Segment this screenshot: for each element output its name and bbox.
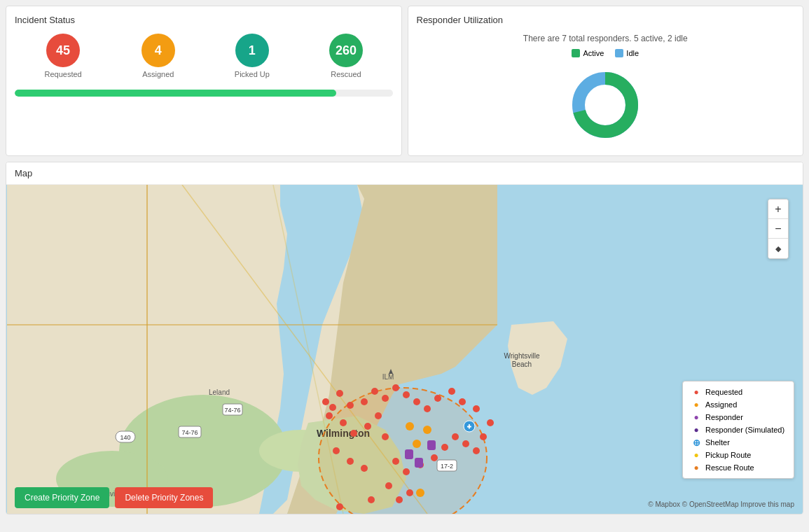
- legend-shelter: ⊕ Shelter: [691, 438, 785, 447]
- svg-point-36: [340, 419, 347, 426]
- legend-responder: ● Responder: [691, 412, 785, 422]
- legend-pickup-route: ● Pickup Route: [691, 450, 785, 460]
- assigned-label: Assigned: [142, 70, 174, 78]
- assigned-icon: ●: [691, 400, 701, 410]
- svg-point-59: [413, 398, 420, 405]
- stat-assigned: 4 Assigned: [141, 34, 175, 78]
- zoom-in-button[interactable]: +: [768, 200, 788, 219]
- requested-icon: ●: [691, 387, 701, 397]
- responder-summary: There are 7 total responders. 5 active, …: [417, 34, 795, 43]
- responder-icon: ●: [691, 412, 701, 422]
- svg-point-88: [423, 426, 431, 434]
- legend-requested: ● Requested: [691, 387, 785, 397]
- svg-point-32: [347, 402, 354, 409]
- zoom-out-button[interactable]: −: [768, 219, 788, 239]
- picked-up-label: Picked Up: [235, 70, 270, 78]
- map-legend: ● Requested ● Assigned ● Responder ● Res…: [682, 381, 794, 479]
- stats-row: 45 Requested 4 Assigned 1 Picked Up 260: [15, 34, 393, 78]
- svg-point-41: [333, 447, 340, 454]
- svg-point-54: [473, 405, 480, 412]
- legend-rescue-route-label: Rescue Route: [705, 463, 754, 472]
- incident-status-panel: Incident Status 45 Requested 4 Assigned …: [6, 6, 402, 156]
- svg-point-61: [392, 384, 399, 391]
- map-section: Map 74-76: [6, 162, 803, 514]
- svg-point-57: [434, 395, 441, 402]
- svg-point-56: [448, 388, 455, 395]
- svg-point-2: [586, 86, 624, 124]
- legend-assigned: ● Assigned: [691, 400, 785, 410]
- svg-point-49: [452, 433, 459, 440]
- svg-point-37: [350, 430, 357, 437]
- svg-text:17-2: 17-2: [441, 463, 453, 470]
- svg-rect-92: [427, 440, 436, 450]
- svg-point-63: [371, 388, 378, 395]
- legend-responder-sim: ● Responder (Simulated): [691, 425, 785, 435]
- active-legend-item: Active: [572, 49, 604, 57]
- map-controls: + − ◆: [768, 199, 789, 259]
- idle-legend-dot: [615, 49, 623, 57]
- requested-badge: 45: [46, 34, 80, 67]
- delete-priority-zones-button[interactable]: Delete Priority Zones: [115, 487, 213, 508]
- map-wrapper[interactable]: 74-76 74-76 140 17 ILM Wilmington Wright…: [6, 185, 803, 514]
- svg-point-44: [392, 458, 399, 465]
- svg-rect-90: [405, 449, 413, 459]
- map-buttons: Create Priority Zone Delete Priority Zon…: [6, 482, 803, 514]
- svg-point-53: [487, 419, 494, 426]
- stat-requested: 45 Requested: [45, 34, 82, 78]
- svg-point-47: [431, 454, 438, 461]
- svg-point-55: [459, 398, 466, 405]
- svg-point-34: [322, 398, 329, 405]
- svg-text:74-76: 74-76: [181, 429, 198, 436]
- assigned-badge: 4: [141, 34, 175, 67]
- requested-label: Requested: [45, 70, 82, 78]
- picked-up-badge: 1: [235, 34, 269, 67]
- responder-sim-icon: ●: [691, 425, 701, 435]
- svg-point-43: [361, 465, 368, 472]
- map-section-title: Map: [6, 162, 803, 185]
- svg-text:Beach: Beach: [512, 360, 532, 368]
- legend-responder-label: Responder: [705, 413, 743, 421]
- svg-point-52: [480, 433, 487, 440]
- progress-bar: [15, 90, 336, 97]
- svg-point-31: [336, 390, 343, 397]
- shelter-icon: ⊕: [691, 438, 701, 447]
- svg-point-39: [375, 412, 382, 419]
- stat-picked-up: 1 Picked Up: [235, 34, 270, 78]
- rescued-badge: 260: [329, 34, 363, 67]
- pickup-route-icon: ●: [691, 450, 701, 460]
- stat-rescued: 260 Rescued: [329, 34, 363, 78]
- create-priority-zone-button[interactable]: Create Priority Zone: [15, 487, 109, 508]
- donut-chart: [417, 63, 795, 147]
- responder-legend: Active Idle: [417, 49, 795, 57]
- svg-point-86: [406, 422, 414, 430]
- svg-text:140: 140: [120, 434, 130, 441]
- svg-point-87: [413, 440, 421, 448]
- responder-panel-title: Responder Utilization: [417, 15, 795, 25]
- svg-point-62: [382, 395, 389, 402]
- svg-rect-91: [415, 458, 423, 468]
- svg-point-42: [347, 458, 354, 465]
- svg-point-45: [403, 468, 410, 475]
- rescue-route-icon: ●: [691, 463, 701, 472]
- responder-utilization-panel: Responder Utilization There are 7 total …: [408, 6, 804, 156]
- svg-text:Wrightsville: Wrightsville: [504, 352, 540, 360]
- legend-assigned-label: Assigned: [705, 400, 737, 409]
- svg-point-33: [361, 398, 368, 405]
- svg-point-50: [462, 440, 469, 447]
- progress-bar-container: [15, 90, 393, 97]
- svg-text:+: +: [467, 423, 471, 430]
- svg-point-48: [441, 444, 448, 451]
- svg-point-38: [364, 423, 371, 430]
- active-legend-label: Active: [583, 49, 604, 57]
- svg-point-35: [326, 412, 333, 419]
- idle-legend-label: Idle: [626, 49, 639, 57]
- svg-text:ILM: ILM: [382, 373, 394, 381]
- legend-requested-label: Requested: [705, 388, 742, 396]
- svg-text:74-76: 74-76: [224, 407, 240, 414]
- svg-text:Leland: Leland: [209, 388, 230, 396]
- reset-north-button[interactable]: ◆: [768, 239, 788, 258]
- svg-point-40: [382, 433, 389, 440]
- incident-panel-title: Incident Status: [15, 15, 393, 25]
- legend-responder-sim-label: Responder (Simulated): [705, 426, 784, 434]
- svg-point-58: [424, 405, 431, 412]
